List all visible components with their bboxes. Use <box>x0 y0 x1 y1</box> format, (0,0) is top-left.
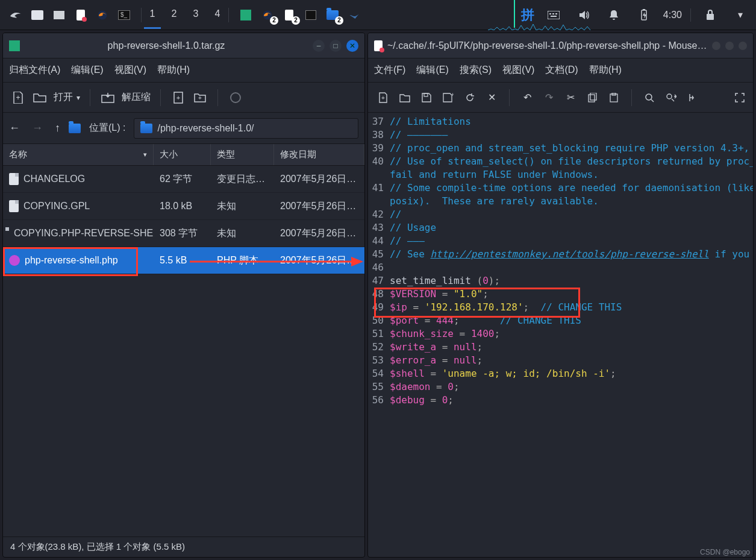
file-name: COPYING.GPL <box>23 201 90 212</box>
col-date[interactable]: 修改日期 <box>274 144 364 165</box>
firefox-icon[interactable] <box>94 7 111 24</box>
lock-icon[interactable] <box>702 7 719 24</box>
workspace-2[interactable]: 2 <box>166 1 183 29</box>
new-file-button[interactable]: + <box>375 90 391 105</box>
new-archive-button[interactable]: + <box>10 90 26 105</box>
mousepad-icon <box>374 40 383 51</box>
power-icon[interactable]: ▾ <box>732 7 749 24</box>
svg-line-25 <box>651 99 654 102</box>
fullscreen-button[interactable] <box>734 92 746 104</box>
undo-button[interactable]: ↶ <box>519 90 535 105</box>
wireshark-icon[interactable] <box>346 7 363 24</box>
file-manager-icon[interactable] <box>51 7 67 24</box>
cut-button[interactable]: ✂ <box>563 90 578 105</box>
archive-window: php-reverse-shell-1.0.tar.gz – □ ✕ 归档文件(… <box>2 33 365 558</box>
forward-button[interactable]: → <box>32 122 43 134</box>
menu-help[interactable]: 帮助(H) <box>589 64 622 77</box>
file-type: 未知 <box>211 227 274 240</box>
redo-button[interactable]: ↷ <box>541 90 557 105</box>
code-editor[interactable]: 37// Limitations 38// ——————— 39// proc_… <box>368 113 753 557</box>
menu-document[interactable]: 文档(D) <box>545 64 578 77</box>
battery-icon[interactable] <box>636 7 652 24</box>
document-icon <box>9 200 19 212</box>
firefox-task-icon[interactable]: 2 <box>259 7 276 24</box>
location-bar: ← → ↑ 位置(L) : /php-reverse-shell-1.0/ <box>3 113 364 144</box>
archive-titlebar[interactable]: php-reverse-shell-1.0.tar.gz – □ ✕ <box>3 33 364 58</box>
path-field[interactable]: /php-reverse-shell-1.0/ <box>134 118 358 139</box>
file-list[interactable]: CHANGELOG62 字节变更日志文档2007年5月26日 12:…COPYI… <box>3 166 364 536</box>
kali-logo-icon[interactable] <box>7 7 24 24</box>
maximize-button[interactable]: □ <box>330 40 342 52</box>
save-as-button[interactable]: + <box>440 90 456 105</box>
column-headers[interactable]: 名称▾ 大小 类型 修改日期 <box>3 144 364 166</box>
terminal-icon[interactable]: $_ <box>116 7 133 24</box>
col-name[interactable]: 名称▾ <box>3 144 154 165</box>
goto-line-button[interactable] <box>685 90 701 105</box>
editor-maximize-button[interactable] <box>725 42 734 50</box>
editor-menubar[interactable]: 文件(F) 编辑(E) 搜索(S) 视图(V) 文档(D) 帮助(H) <box>368 58 753 83</box>
extract-label[interactable]: 解压缩 <box>122 91 151 104</box>
search-button[interactable] <box>642 90 657 105</box>
add-files-button[interactable]: + <box>170 90 186 105</box>
search-replace-button[interactable] <box>663 90 679 105</box>
paste-button[interactable] <box>606 90 622 105</box>
terminal-task-icon[interactable] <box>302 7 319 24</box>
menu-view[interactable]: 视图(V) <box>114 64 146 77</box>
editor-titlebar[interactable]: ~/.cache/.fr-5pUl7K/php-reverse-shell-1.… <box>368 33 753 58</box>
extract-button-icon[interactable] <box>100 90 116 105</box>
menu-file[interactable]: 归档文件(A) <box>9 64 60 77</box>
file-row[interactable]: php-reverse-shell.php5.5 kBPHP 脚本2007年5月… <box>3 247 364 274</box>
open-dropdown[interactable]: ▾ <box>77 93 80 102</box>
col-size[interactable]: 大小 <box>154 144 211 165</box>
svg-rect-10 <box>707 14 714 20</box>
file-name: COPYING.PHP-REVERSE-SHELL <box>14 228 154 239</box>
add-folder-button[interactable]: + <box>192 90 208 105</box>
workspace-3[interactable]: 3 <box>187 1 204 29</box>
clock[interactable]: 4:30 <box>663 10 682 20</box>
notifications-icon[interactable] <box>605 7 622 24</box>
up-button[interactable]: ↑ <box>55 122 60 134</box>
menu-edit[interactable]: 编辑(E) <box>416 64 448 77</box>
file-type: PHP 脚本 <box>211 254 274 267</box>
file-type: 变更日志文档 <box>211 173 274 186</box>
reload-button[interactable] <box>462 90 478 105</box>
file-size: 62 字节 <box>154 173 211 186</box>
svg-text:+: + <box>381 95 385 101</box>
path-value: /php-reverse-shell-1.0/ <box>157 123 254 134</box>
editor-minimize-button[interactable] <box>712 42 720 50</box>
editor-task-icon[interactable]: 2 <box>281 7 298 24</box>
archive-app-icon[interactable] <box>237 7 254 24</box>
file-row[interactable]: COPYING.GPL18.0 kB未知2007年5月26日 12:… <box>3 193 364 220</box>
copy-button[interactable] <box>584 90 600 105</box>
workspace-4[interactable]: 4 <box>209 1 226 29</box>
editor-close-button[interactable] <box>739 42 747 50</box>
workspace-1[interactable]: 1 <box>144 1 161 29</box>
svg-text:+: + <box>16 93 20 102</box>
archive-menubar[interactable]: 归档文件(A) 编辑(E) 视图(V) 帮助(H) <box>3 58 364 83</box>
minimize-button[interactable]: – <box>313 40 325 52</box>
system-panel[interactable]: $_ 1 2 3 4 2 2 2 拼 4:30 ▾ <box>0 0 756 30</box>
open-file-button[interactable] <box>397 90 413 105</box>
back-button[interactable]: ← <box>9 122 20 134</box>
folder-task-icon[interactable]: 2 <box>324 7 341 24</box>
save-button[interactable] <box>419 90 434 105</box>
menu-view[interactable]: 视图(V) <box>502 64 534 77</box>
menu-help[interactable]: 帮助(H) <box>157 64 190 77</box>
col-type[interactable]: 类型 <box>211 144 274 165</box>
menu-search[interactable]: 搜索(S) <box>460 64 492 77</box>
close-button[interactable]: ✕ <box>346 40 358 52</box>
close-tab-button[interactable]: ✕ <box>484 90 499 105</box>
location-label: 位置(L) : <box>89 122 125 134</box>
home-folder-icon[interactable] <box>69 124 81 133</box>
file-type: 未知 <box>211 200 274 213</box>
menu-edit[interactable]: 编辑(E) <box>71 64 103 77</box>
open-label[interactable]: 打开 <box>54 91 73 104</box>
file-size: 18.0 kB <box>154 201 211 212</box>
file-date: 2007年5月26日 12:… <box>274 254 364 267</box>
menu-file[interactable]: 文件(F) <box>374 64 405 77</box>
files-icon[interactable] <box>29 7 46 24</box>
open-archive-button[interactable] <box>32 90 48 105</box>
file-row[interactable]: CHANGELOG62 字节变更日志文档2007年5月26日 12:… <box>3 166 364 193</box>
editor-icon[interactable] <box>72 7 89 24</box>
file-row[interactable]: COPYING.PHP-REVERSE-SHELL308 字节未知2007年5月… <box>3 220 364 247</box>
